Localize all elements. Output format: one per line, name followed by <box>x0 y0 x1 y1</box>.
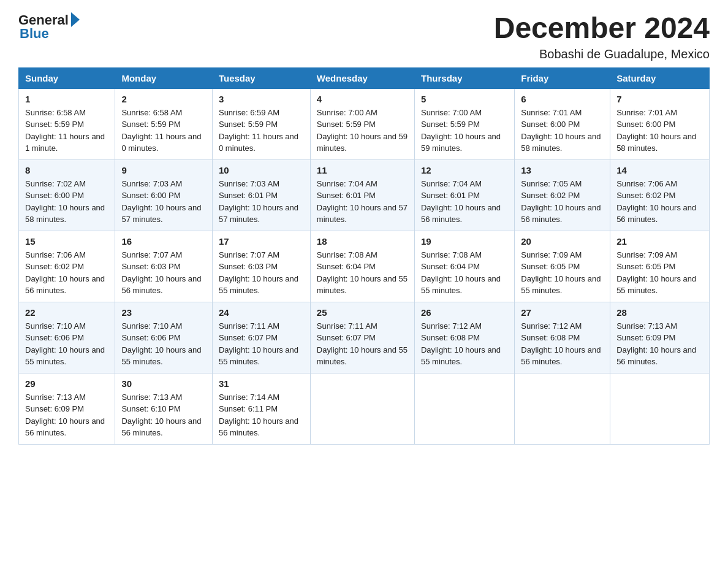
day-number: 21 <box>616 236 703 247</box>
calendar-title: December 2024 <box>494 12 710 45</box>
table-row: 19 Sunrise: 7:08 AMSunset: 6:04 PMDaylig… <box>414 231 514 302</box>
calendar-week-row: 1 Sunrise: 6:58 AMSunset: 5:59 PMDayligh… <box>19 88 710 159</box>
day-info: Sunrise: 7:13 AMSunset: 6:09 PMDaylight:… <box>616 321 696 367</box>
header-tuesday: Tuesday <box>212 67 310 88</box>
table-row <box>414 373 514 444</box>
day-info: Sunrise: 7:10 AMSunset: 6:06 PMDaylight:… <box>25 321 105 367</box>
day-number: 30 <box>121 378 206 389</box>
day-number: 9 <box>121 165 206 175</box>
day-number: 2 <box>121 94 206 104</box>
header-friday: Friday <box>515 67 610 88</box>
day-number: 3 <box>219 94 304 104</box>
day-info: Sunrise: 7:02 AMSunset: 6:00 PMDaylight:… <box>25 179 105 224</box>
table-row: 27 Sunrise: 7:12 AMSunset: 6:08 PMDaylig… <box>515 302 610 373</box>
table-row <box>310 373 414 444</box>
day-info: Sunrise: 7:01 AMSunset: 6:00 PMDaylight:… <box>616 108 696 153</box>
day-number: 10 <box>219 165 304 175</box>
day-info: Sunrise: 7:11 AMSunset: 6:07 PMDaylight:… <box>317 321 408 367</box>
day-info: Sunrise: 7:05 AMSunset: 6:02 PMDaylight:… <box>521 179 601 224</box>
calendar-week-row: 15 Sunrise: 7:06 AMSunset: 6:02 PMDaylig… <box>19 231 710 302</box>
day-info: Sunrise: 7:12 AMSunset: 6:08 PMDaylight:… <box>421 321 501 367</box>
calendar-header: Sunday Monday Tuesday Wednesday Thursday… <box>19 67 710 88</box>
table-row: 24 Sunrise: 7:11 AMSunset: 6:07 PMDaylig… <box>212 302 310 373</box>
day-info: Sunrise: 7:13 AMSunset: 6:09 PMDaylight:… <box>25 393 105 438</box>
header-thursday: Thursday <box>414 67 514 88</box>
table-row: 28 Sunrise: 7:13 AMSunset: 6:09 PMDaylig… <box>610 302 710 373</box>
day-info: Sunrise: 6:58 AMSunset: 5:59 PMDaylight:… <box>25 108 105 153</box>
header-monday: Monday <box>115 67 213 88</box>
table-row: 9 Sunrise: 7:03 AMSunset: 6:00 PMDayligh… <box>115 159 213 231</box>
day-number: 17 <box>219 236 304 247</box>
day-number: 29 <box>25 378 108 389</box>
calendar-week-row: 8 Sunrise: 7:02 AMSunset: 6:00 PMDayligh… <box>19 159 710 231</box>
calendar-week-row: 29 Sunrise: 7:13 AMSunset: 6:09 PMDaylig… <box>19 373 710 444</box>
day-number: 11 <box>317 165 408 175</box>
calendar-table: Sunday Monday Tuesday Wednesday Thursday… <box>18 67 710 445</box>
calendar-week-row: 22 Sunrise: 7:10 AMSunset: 6:06 PMDaylig… <box>19 302 710 373</box>
day-info: Sunrise: 7:01 AMSunset: 6:00 PMDaylight:… <box>521 108 601 153</box>
day-info: Sunrise: 7:14 AMSunset: 6:11 PMDaylight:… <box>219 393 298 438</box>
day-number: 24 <box>219 307 304 318</box>
table-row <box>610 373 710 444</box>
day-number: 14 <box>616 165 703 175</box>
table-row: 4 Sunrise: 7:00 AMSunset: 5:59 PMDayligh… <box>310 88 414 159</box>
calendar-body: 1 Sunrise: 6:58 AMSunset: 5:59 PMDayligh… <box>19 88 710 444</box>
table-row: 14 Sunrise: 7:06 AMSunset: 6:02 PMDaylig… <box>610 159 710 231</box>
weekday-header-row: Sunday Monday Tuesday Wednesday Thursday… <box>19 67 710 88</box>
table-row: 20 Sunrise: 7:09 AMSunset: 6:05 PMDaylig… <box>515 231 610 302</box>
day-info: Sunrise: 7:13 AMSunset: 6:10 PMDaylight:… <box>121 393 201 438</box>
day-number: 15 <box>25 236 108 247</box>
day-number: 1 <box>25 94 108 104</box>
header-saturday: Saturday <box>610 67 710 88</box>
day-info: Sunrise: 7:08 AMSunset: 6:04 PMDaylight:… <box>421 250 501 296</box>
day-info: Sunrise: 7:06 AMSunset: 6:02 PMDaylight:… <box>25 250 105 296</box>
title-block: December 2024 Bobashi de Guadalupe, Mexi… <box>494 12 710 61</box>
header-sunday: Sunday <box>19 67 115 88</box>
header-wednesday: Wednesday <box>310 67 414 88</box>
day-number: 7 <box>616 94 703 104</box>
day-info: Sunrise: 7:07 AMSunset: 6:03 PMDaylight:… <box>121 250 201 296</box>
day-number: 31 <box>219 378 304 389</box>
table-row: 3 Sunrise: 6:59 AMSunset: 5:59 PMDayligh… <box>212 88 310 159</box>
day-number: 5 <box>421 94 508 104</box>
day-info: Sunrise: 6:59 AMSunset: 5:59 PMDaylight:… <box>219 108 298 153</box>
day-info: Sunrise: 7:10 AMSunset: 6:06 PMDaylight:… <box>121 321 201 367</box>
day-info: Sunrise: 7:04 AMSunset: 6:01 PMDaylight:… <box>421 179 501 224</box>
day-info: Sunrise: 7:03 AMSunset: 6:00 PMDaylight:… <box>121 179 201 224</box>
day-number: 20 <box>521 236 604 247</box>
table-row: 31 Sunrise: 7:14 AMSunset: 6:11 PMDaylig… <box>212 373 310 444</box>
logo-arrow-icon <box>71 12 80 27</box>
table-row <box>515 373 610 444</box>
day-info: Sunrise: 7:04 AMSunset: 6:01 PMDaylight:… <box>317 179 408 224</box>
day-number: 13 <box>521 165 604 175</box>
day-info: Sunrise: 7:11 AMSunset: 6:07 PMDaylight:… <box>219 321 298 367</box>
table-row: 10 Sunrise: 7:03 AMSunset: 6:01 PMDaylig… <box>212 159 310 231</box>
table-row: 17 Sunrise: 7:07 AMSunset: 6:03 PMDaylig… <box>212 231 310 302</box>
day-number: 28 <box>616 307 703 318</box>
day-number: 16 <box>121 236 206 247</box>
table-row: 8 Sunrise: 7:02 AMSunset: 6:00 PMDayligh… <box>19 159 115 231</box>
table-row: 2 Sunrise: 6:58 AMSunset: 5:59 PMDayligh… <box>115 88 213 159</box>
calendar-location: Bobashi de Guadalupe, Mexico <box>494 47 710 61</box>
day-info: Sunrise: 7:00 AMSunset: 5:59 PMDaylight:… <box>421 108 501 153</box>
table-row: 7 Sunrise: 7:01 AMSunset: 6:00 PMDayligh… <box>610 88 710 159</box>
table-row: 11 Sunrise: 7:04 AMSunset: 6:01 PMDaylig… <box>310 159 414 231</box>
day-info: Sunrise: 7:09 AMSunset: 6:05 PMDaylight:… <box>521 250 601 296</box>
day-number: 8 <box>25 165 108 175</box>
day-info: Sunrise: 7:08 AMSunset: 6:04 PMDaylight:… <box>317 250 408 296</box>
day-number: 23 <box>121 307 206 318</box>
day-number: 18 <box>317 236 408 247</box>
logo-blue-text: Blue <box>20 26 49 42</box>
day-info: Sunrise: 7:09 AMSunset: 6:05 PMDaylight:… <box>616 250 696 296</box>
day-number: 6 <box>521 94 604 104</box>
day-info: Sunrise: 7:03 AMSunset: 6:01 PMDaylight:… <box>219 179 298 224</box>
table-row: 1 Sunrise: 6:58 AMSunset: 5:59 PMDayligh… <box>19 88 115 159</box>
day-info: Sunrise: 7:07 AMSunset: 6:03 PMDaylight:… <box>219 250 298 296</box>
table-row: 15 Sunrise: 7:06 AMSunset: 6:02 PMDaylig… <box>19 231 115 302</box>
day-number: 27 <box>521 307 604 318</box>
table-row: 30 Sunrise: 7:13 AMSunset: 6:10 PMDaylig… <box>115 373 213 444</box>
day-number: 4 <box>317 94 408 104</box>
table-row: 26 Sunrise: 7:12 AMSunset: 6:08 PMDaylig… <box>414 302 514 373</box>
table-row: 6 Sunrise: 7:01 AMSunset: 6:00 PMDayligh… <box>515 88 610 159</box>
day-number: 19 <box>421 236 508 247</box>
